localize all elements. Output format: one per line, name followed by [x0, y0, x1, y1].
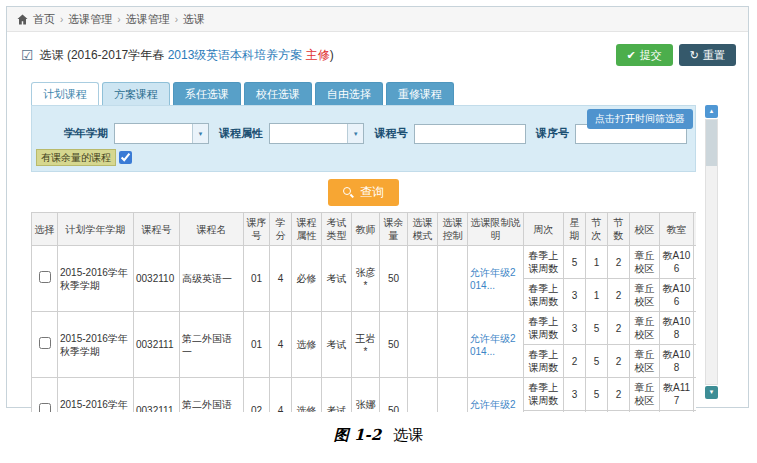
cell-select	[32, 378, 58, 413]
cell-period: 1	[586, 246, 608, 279]
course-attr-select[interactable]: ▼	[269, 123, 364, 144]
cell-campus: 章丘校区	[630, 345, 660, 378]
cell-control	[438, 312, 468, 378]
cell-select	[32, 246, 58, 312]
scrollbar-thumb[interactable]	[706, 120, 717, 166]
column-header: 选择	[32, 213, 58, 246]
cell-exam-type: 考试	[322, 246, 352, 312]
cell-building: 1号教学楼	[694, 246, 697, 279]
cell-restriction: 允许年级2014...	[468, 378, 524, 413]
title-close: )	[330, 48, 334, 62]
tab-free-choice[interactable]: 自由选择	[315, 82, 383, 105]
scrollbar-track[interactable]	[705, 119, 718, 385]
cell-weekday: 2	[564, 345, 586, 378]
breadcrumb-items: 首页›选课管理›选课管理›选课	[33, 12, 205, 27]
major-label: 主修	[306, 48, 330, 62]
cell-period: 1	[586, 279, 608, 312]
cell-weekday: 3	[564, 378, 586, 411]
reset-label: 重置	[703, 48, 725, 63]
cell-mode	[408, 246, 438, 312]
main-panel: 首页›选课管理›选课管理›选课 ☑ 选课 (2016-2017学年春 2013级…	[6, 6, 749, 408]
cell-weeks: 春季上课周数	[524, 312, 564, 345]
available-courses-checkbox[interactable]	[119, 151, 132, 164]
restriction-link[interactable]: 允许年级2014...	[470, 399, 516, 413]
cell-building: 1号教学楼	[694, 378, 697, 411]
cell-weeks: 春季上课周数	[524, 378, 564, 411]
cell-attr: 必修	[292, 246, 322, 312]
tab-retake-courses[interactable]: 重修课程	[386, 82, 454, 105]
cell-campus: 章丘校区	[630, 411, 660, 413]
tab-plan-courses[interactable]: 计划课程	[31, 82, 99, 105]
cell-campus: 章丘校区	[630, 378, 660, 411]
cell-sessions: 2	[608, 312, 630, 345]
course-select-icon: ☑	[21, 47, 34, 63]
course-row-checkbox[interactable]	[39, 271, 51, 283]
cell-period: 5	[586, 312, 608, 345]
column-header: 星期	[564, 213, 586, 246]
submit-label: 提交	[640, 48, 662, 63]
breadcrumb-item-3[interactable]: 选课管理	[126, 13, 170, 25]
plan-link[interactable]: 2013级英语本科培养方案	[168, 48, 303, 62]
breadcrumb-item-4: 选课	[183, 13, 205, 25]
term-label: 学年学期	[64, 126, 108, 141]
column-header: 课程属性	[292, 213, 322, 246]
available-courses-filter-label: 有课余量的课程	[36, 149, 116, 166]
term-select[interactable]: ▼	[114, 123, 209, 144]
cell-sessions: 2	[608, 345, 630, 378]
cell-exam-type: 考试	[322, 312, 352, 378]
cell-course-no: 0032111	[134, 312, 180, 378]
home-icon[interactable]	[17, 14, 28, 25]
cell-mode	[408, 378, 438, 413]
breadcrumb-separator: ›	[117, 14, 120, 25]
column-header: 课程名	[180, 213, 244, 246]
course-row-checkbox[interactable]	[39, 403, 51, 412]
cell-sessions: 2	[608, 378, 630, 411]
check-icon: ✔	[627, 50, 636, 61]
course-row-checkbox[interactable]	[39, 337, 51, 349]
column-header: 教学楼	[694, 213, 697, 246]
cell-building: 1号教学楼	[694, 279, 697, 312]
time-filter-button[interactable]: 点击打开时间筛选器	[587, 109, 693, 129]
cell-seq: 01	[244, 312, 270, 378]
cell-select	[32, 312, 58, 378]
column-header: 教师	[352, 213, 380, 246]
cell-control	[438, 246, 468, 312]
cell-campus: 章丘校区	[630, 279, 660, 312]
cell-credits: 4	[270, 312, 292, 378]
tab-dept-elective[interactable]: 系任选课	[173, 82, 241, 105]
tab-program-courses[interactable]: 方案课程	[102, 82, 170, 105]
reset-button[interactable]: ↻ 重置	[679, 44, 736, 66]
course-attr-label: 课程属性	[219, 126, 263, 141]
search-row: 查询	[31, 172, 696, 212]
tab-school-elective[interactable]: 校任选课	[244, 82, 312, 105]
search-button[interactable]: 查询	[328, 179, 399, 206]
cell-weekday: 5	[564, 246, 586, 279]
restriction-link[interactable]: 允许年级2014...	[470, 267, 516, 291]
column-header: 选课限制说明	[468, 213, 524, 246]
vertical-scrollbar[interactable]: ▲ ▼	[705, 105, 718, 399]
breadcrumb-item-1[interactable]: 首页	[33, 13, 55, 25]
cell-room: 教A106	[660, 246, 694, 279]
content-area: 计划课程方案课程系任选课校任选课自由选择重修课程 点击打开时间筛选器 学年学期 …	[31, 82, 696, 412]
cell-capacity: 50	[380, 312, 408, 378]
breadcrumb-separator: ›	[175, 14, 178, 25]
scroll-up-arrow[interactable]: ▲	[705, 105, 718, 118]
cell-capacity: 50	[380, 246, 408, 312]
breadcrumb-separator: ›	[60, 14, 63, 25]
column-header: 课余量	[380, 213, 408, 246]
tabs: 计划课程方案课程系任选课校任选课自由选择重修课程	[31, 82, 696, 105]
cell-building: 1号教学楼	[694, 345, 697, 378]
cell-campus: 章丘校区	[630, 312, 660, 345]
breadcrumb-item-2[interactable]: 选课管理	[68, 13, 112, 25]
scroll-down-arrow[interactable]: ▼	[705, 386, 718, 399]
restriction-link[interactable]: 允许年级2014...	[470, 333, 516, 357]
cell-weekday: 3	[564, 312, 586, 345]
cell-period: 5	[586, 345, 608, 378]
reset-icon: ↻	[690, 50, 699, 61]
cell-credits: 4	[270, 246, 292, 312]
submit-button[interactable]: ✔ 提交	[616, 44, 673, 66]
course-no-input[interactable]	[414, 124, 526, 144]
cell-term: 2015-2016学年秋季学期	[58, 378, 134, 413]
cell-teacher: 王岩*	[352, 312, 380, 378]
column-header: 节数	[608, 213, 630, 246]
